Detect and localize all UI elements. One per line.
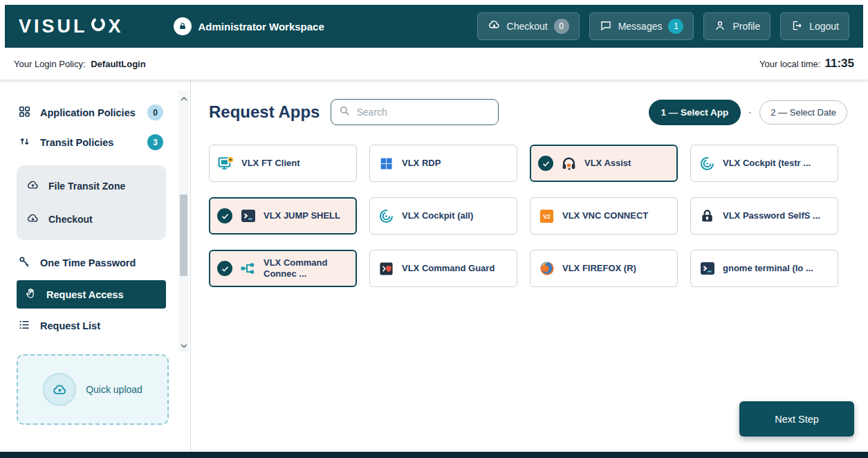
app-card[interactable]: VLX JUMP SHELL <box>209 197 357 235</box>
app-label: VLX JUMP SHELL <box>264 210 340 221</box>
app-card[interactable]: VLX Command Guard <box>369 250 517 287</box>
terminal-icon <box>698 259 717 278</box>
search-box[interactable] <box>331 99 499 125</box>
sidebar-item-request-access[interactable]: Request Access <box>17 280 166 309</box>
ft-client-icon <box>216 154 235 173</box>
sidebar-item-checkout[interactable]: Checkout <box>17 203 166 236</box>
sidebar-scrollbar[interactable] <box>178 91 189 352</box>
sidebar: Application Policies 0 Transit Policies … <box>0 80 191 452</box>
messages-badge: 1 <box>668 19 683 34</box>
person-icon <box>714 19 726 34</box>
sidebar-item-transit-policies[interactable]: Transit Policies 3 <box>17 127 165 157</box>
list-icon <box>18 318 31 333</box>
apps-grid: VLX FT ClientVLX RDPVLX AssistVLX Cockpi… <box>209 145 847 287</box>
sidebar-item-label: Transit Policies <box>40 137 113 148</box>
chat-icon <box>600 19 612 34</box>
sidebar-item-file-transit-zone[interactable]: File Transit Zone <box>17 170 166 203</box>
cockpit-icon <box>377 207 396 226</box>
sidebar-item-one-time-password[interactable]: One Time Password <box>17 248 165 277</box>
workspace-title: Administrator Workspace <box>198 21 324 33</box>
headset-icon <box>560 154 578 173</box>
app-label: VLX FIREFOX (R) <box>562 263 636 274</box>
lock-icon <box>698 207 717 226</box>
guard-icon <box>377 259 396 278</box>
local-time-value: 11:35 <box>824 57 854 71</box>
app-card[interactable]: VLX Command Connec ... <box>209 250 357 287</box>
app-label: VLX RDP <box>402 158 441 169</box>
app-card[interactable]: VLX RDP <box>369 145 517 182</box>
app-label: VLX Password SelfS ... <box>723 210 820 221</box>
cloud-download-icon <box>26 212 39 227</box>
vnc-icon: V2 <box>537 207 556 226</box>
search-input[interactable] <box>356 107 491 118</box>
cloud-upload-circle-icon <box>43 373 76 406</box>
app-label: VLX VNC CONNECT <box>562 210 648 221</box>
app-label: VLX FT Client <box>241 158 300 169</box>
sidebar-item-label: Request Access <box>46 289 124 300</box>
app-card[interactable]: V2VLX VNC CONNECT <box>530 197 678 235</box>
step-select-app[interactable]: 1 — Select App <box>649 100 741 125</box>
logo-text-right: X <box>109 16 124 37</box>
transit-policies-badge: 3 <box>147 134 163 150</box>
login-policy-value: DefaultLogin <box>91 59 145 69</box>
app-card[interactable]: VLX Cockpit (all) <box>369 197 517 235</box>
sidebar-item-request-list[interactable]: Request List <box>17 311 165 340</box>
sidebar-item-label: One Time Password <box>40 257 136 268</box>
main-top: Request Apps 1 — Select App · 2 — Select… <box>209 99 847 125</box>
bottom-bar <box>0 452 868 458</box>
cloud-upload-icon <box>26 178 39 194</box>
app-label: VLX Cockpit (testr ... <box>723 158 811 169</box>
app-card[interactable]: VLX FIREFOX (R) <box>530 250 678 287</box>
scrollbar-thumb[interactable] <box>180 194 187 276</box>
login-policy: Your Login Policy: DefaultLogin <box>14 59 146 69</box>
cloud-download-icon <box>488 19 501 34</box>
app-label: VLX Assist <box>584 158 631 169</box>
logout-button-label: Logout <box>809 21 839 32</box>
profile-button[interactable]: Profile <box>703 12 770 40</box>
logo-text-left: VISUL <box>19 16 88 37</box>
app-label: gnome terminal (lo ... <box>723 263 813 274</box>
app-policies-badge: 0 <box>147 104 163 120</box>
sidebar-item-label: Application Policies <box>40 107 136 118</box>
visulox-logo[interactable]: VISUL X <box>19 16 124 37</box>
app-card[interactable]: gnome terminal (lo ... <box>690 250 838 287</box>
terminal-icon <box>239 207 257 226</box>
app-card[interactable]: VLX Password SelfS ... <box>690 197 838 235</box>
sidebar-item-application-policies[interactable]: Application Policies 0 <box>17 98 165 127</box>
logout-button[interactable]: Logout <box>780 12 849 40</box>
profile-button-label: Profile <box>732 21 760 32</box>
app-card[interactable]: VLX Cockpit (testr ... <box>690 145 838 182</box>
cockpit-icon <box>698 154 717 173</box>
app-header: VISUL X Administrator Workspace Checkout… <box>5 5 863 48</box>
search-icon <box>338 104 351 120</box>
checkout-button[interactable]: Checkout 0 <box>477 12 580 40</box>
key-icon <box>18 255 31 271</box>
steps: 1 — Select App · 2 — Select Date <box>649 100 847 125</box>
step-select-date[interactable]: 2 — Select Date <box>759 100 847 125</box>
connector-icon <box>239 259 257 278</box>
page-title: Request Apps <box>209 102 320 122</box>
svg-text:V2: V2 <box>543 213 551 220</box>
login-policy-label: Your Login Policy: <box>14 59 86 69</box>
grid-icon <box>18 105 31 120</box>
sidebar-group-transit: File Transit Zone Checkout <box>17 165 166 240</box>
local-time-label: Your local time: <box>759 59 820 69</box>
check-icon <box>217 261 232 276</box>
app-card[interactable]: VLX Assist <box>530 145 678 182</box>
step-separator: · <box>748 107 752 118</box>
next-step-button[interactable]: Next Step <box>739 401 854 437</box>
scroll-down-icon[interactable] <box>181 340 187 351</box>
checkout-button-label: Checkout <box>507 21 548 32</box>
scroll-up-icon[interactable] <box>181 92 187 103</box>
messages-button[interactable]: Messages 1 <box>589 12 694 40</box>
app-card[interactable]: VLX FT Client <box>209 145 357 182</box>
app-label: VLX Cockpit (all) <box>402 210 473 221</box>
quick-upload-label: Quick upload <box>86 384 142 395</box>
quick-upload-dropzone[interactable]: Quick upload <box>17 354 169 425</box>
logo-ring-icon <box>89 16 107 37</box>
header-actions: Checkout 0 Messages 1 Profile Logout <box>477 12 849 40</box>
hand-icon <box>25 287 37 302</box>
content: Application Policies 0 Transit Policies … <box>0 80 868 452</box>
app-label: VLX Command Guard <box>402 263 495 274</box>
check-icon <box>538 156 553 171</box>
